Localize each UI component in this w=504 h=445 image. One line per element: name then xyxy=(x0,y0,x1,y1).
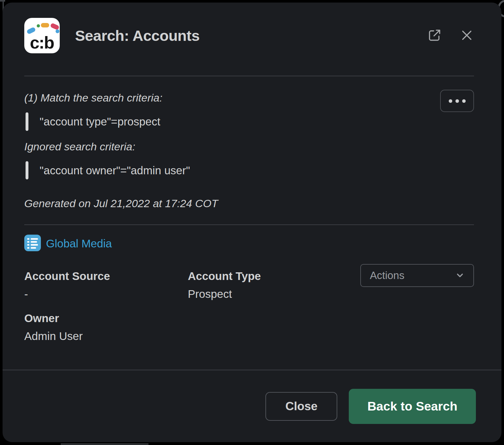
app-logo-text: c:b xyxy=(30,33,54,52)
field-value: - xyxy=(24,288,188,300)
app-logo-icon: c:b xyxy=(24,18,60,53)
field-label: Account Source xyxy=(24,270,188,283)
actions-dropdown-label: Actions xyxy=(370,269,404,282)
field-label: Account Type xyxy=(188,270,344,283)
list-icon xyxy=(24,235,41,253)
header-actions xyxy=(427,27,474,44)
field-value: Admin User xyxy=(24,330,188,343)
open-external-button[interactable] xyxy=(427,27,442,44)
close-button[interactable]: Close xyxy=(265,392,337,421)
field-label: Owner xyxy=(24,312,188,325)
record-section: Global Media Actions Account Source - Ac… xyxy=(3,225,501,343)
field-account-source: Account Source - xyxy=(24,270,188,300)
generated-timestamp: Generated on Jul 21,2022 at 17:24 COT xyxy=(24,197,474,210)
ignored-criteria-quote: "account owner"="admin user" xyxy=(26,161,474,180)
ignored-criteria-text: "account owner"="admin user" xyxy=(40,164,190,177)
match-criteria-label: (1) Match the search criteria: xyxy=(24,92,474,104)
criteria-section: (1) Match the search criteria: "account … xyxy=(3,76,501,210)
open-external-icon xyxy=(427,27,442,44)
modal-footer: Close Back to Search xyxy=(3,370,501,442)
search-accounts-modal: c:b Search: Accounts xyxy=(3,3,501,442)
field-owner: Owner Admin User xyxy=(24,312,188,343)
record-fields: Account Source - Account Type Prospect O… xyxy=(24,270,344,343)
field-account-type: Account Type Prospect xyxy=(188,270,344,300)
actions-dropdown[interactable]: Actions xyxy=(360,264,474,287)
message-overflow-button[interactable] xyxy=(440,90,474,112)
ellipsis-icon xyxy=(449,99,452,103)
field-value: Prospect xyxy=(188,288,344,300)
close-icon xyxy=(460,28,474,43)
modal-header: c:b Search: Accounts xyxy=(3,3,501,53)
chevron-down-icon xyxy=(454,269,466,282)
close-modal-button[interactable] xyxy=(460,28,474,43)
modal-title: Search: Accounts xyxy=(75,27,427,44)
record-link[interactable]: Global Media xyxy=(46,237,112,250)
back-to-search-button[interactable]: Back to Search xyxy=(349,389,476,424)
background-artifact xyxy=(61,443,149,445)
ignored-criteria-label: Ignored search criteria: xyxy=(24,140,474,153)
record-link-row: Global Media xyxy=(24,235,474,253)
matched-criteria-text: "account type"=prospect xyxy=(40,115,160,128)
matched-criteria-quote: "account type"=prospect xyxy=(26,112,474,131)
